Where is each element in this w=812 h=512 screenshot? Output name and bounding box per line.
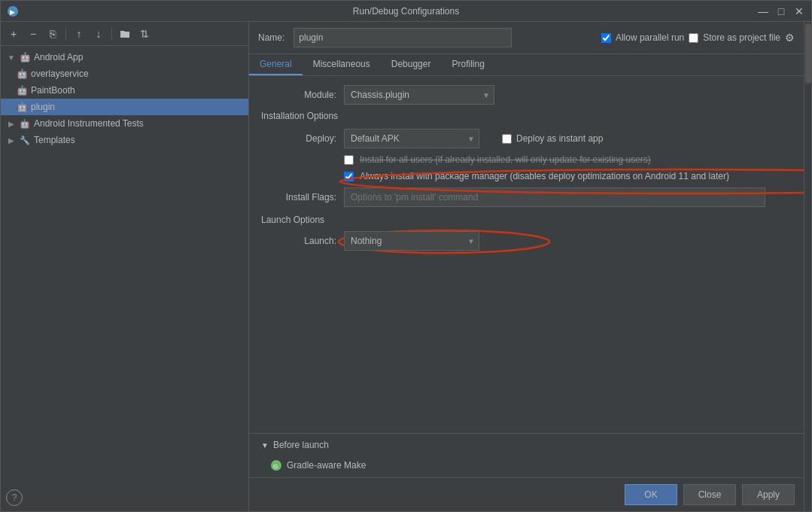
always-install-row: Always install with package manager (dis… xyxy=(261,171,792,181)
plugin-label: plugin xyxy=(31,102,55,112)
before-launch-label: Before launch xyxy=(273,440,329,450)
name-input[interactable] xyxy=(293,28,512,47)
gear-button[interactable]: ⚙ xyxy=(785,32,795,44)
launch-options-section: Launch Options Launch: Nothing ▼ xyxy=(261,215,792,251)
deploy-label: Deploy: xyxy=(261,133,336,144)
paintbooth-label: PaintBooth xyxy=(31,85,75,96)
ok-button[interactable]: OK xyxy=(625,484,677,505)
module-label: Module: xyxy=(261,90,336,100)
tree-paintbooth[interactable]: 🤖 PaintBooth xyxy=(1,82,248,99)
tests-icon: 🤖 xyxy=(19,117,31,130)
templates-icon: 🔧 xyxy=(19,134,31,146)
module-select[interactable]: Chassis.plugin xyxy=(344,85,494,105)
help-button[interactable]: ? xyxy=(6,489,23,506)
close-button[interactable]: Close xyxy=(683,484,736,505)
content-area: + − ⎘ ↑ ↓ ⇅ ▼ 🤖 Android App xyxy=(1,22,811,511)
launch-select-wrapper: Nothing ▼ xyxy=(344,231,479,251)
title-controls: — □ ✕ xyxy=(757,5,805,17)
gradle-label: Gradle-aware Make xyxy=(287,460,366,471)
tab-content: Module: Chassis.plugin ▼ Installation Op… xyxy=(249,76,804,433)
title-bar-left: ▶ xyxy=(7,5,19,17)
gradle-row: G Gradle-aware Make xyxy=(249,456,804,477)
title-bar: ▶ Run/Debug Configurations — □ ✕ xyxy=(1,1,811,22)
tree-android-app[interactable]: ▼ 🤖 Android App xyxy=(1,49,248,66)
android-app-arrow: ▼ xyxy=(7,53,16,62)
android-app-label: Android App xyxy=(34,52,83,62)
module-select-wrapper: Chassis.plugin ▼ xyxy=(344,85,494,105)
launch-row: Launch: Nothing ▼ xyxy=(261,231,792,251)
app-icon: ▶ xyxy=(7,5,19,17)
store-project-label: Store as project file xyxy=(703,32,780,43)
bottom-bar: OK Close Apply xyxy=(249,477,804,511)
tree-toolbar: + − ⎘ ↑ ↓ ⇅ xyxy=(1,22,248,46)
module-row: Module: Chassis.plugin ▼ xyxy=(261,85,792,105)
installation-options-section: Installation Options Deploy: Default APK… xyxy=(261,111,792,207)
svg-text:G: G xyxy=(273,463,278,470)
overlayservice-label: overlayservice xyxy=(31,69,89,79)
tab-miscellaneous[interactable]: Miscellaneous xyxy=(303,54,381,75)
launch-label: Launch: xyxy=(261,236,336,246)
before-launch-section: ▼ Before launch G Gradle-aware Make xyxy=(249,433,804,477)
sort-button[interactable]: ⇅ xyxy=(136,26,153,42)
close-window-button[interactable]: ✕ xyxy=(793,5,805,17)
folder-button[interactable] xyxy=(117,26,133,42)
install-flags-input[interactable] xyxy=(344,187,765,207)
right-scrollbar xyxy=(804,22,811,511)
launch-select[interactable]: Nothing xyxy=(344,231,479,251)
always-install-label: Always install with package manager (dis… xyxy=(360,171,729,181)
config-tree: ▼ 🤖 Android App 🤖 overlayservice 🤖 Paint… xyxy=(1,46,248,511)
run-debug-dialog: ▶ Run/Debug Configurations — □ ✕ + − ⎘ ↑… xyxy=(0,0,812,512)
deploy-row: Deploy: Default APK ▼ Deploy as instant … xyxy=(261,129,792,148)
tree-plugin[interactable]: 🤖 plugin xyxy=(1,99,248,115)
separator-2 xyxy=(111,27,112,41)
templates-arrow: ▶ xyxy=(7,136,16,145)
name-label: Name: xyxy=(258,32,284,43)
install-all-checkbox[interactable] xyxy=(344,155,354,165)
minimize-button[interactable]: — xyxy=(757,5,769,17)
separator-1 xyxy=(65,27,66,41)
tabs-row: General Miscellaneous Debugger Profiling xyxy=(249,54,804,76)
tab-debugger[interactable]: Debugger xyxy=(381,54,442,75)
gradle-icon: G xyxy=(270,459,282,471)
add-config-button[interactable]: + xyxy=(5,26,22,42)
android-app-icon: 🤖 xyxy=(19,51,31,63)
installation-options-title: Installation Options xyxy=(261,111,792,121)
tab-general[interactable]: General xyxy=(249,54,303,75)
right-panel: Name: Allow parallel run Store as projec… xyxy=(249,22,804,511)
deploy-instant-group: Deploy as instant app xyxy=(502,133,603,144)
plugin-icon: 🤖 xyxy=(16,101,28,113)
svg-text:▶: ▶ xyxy=(10,8,15,16)
deploy-instant-label: Deploy as instant app xyxy=(516,133,603,144)
apply-button[interactable]: Apply xyxy=(742,484,795,505)
overlayservice-icon: 🤖 xyxy=(16,68,28,80)
move-up-button[interactable]: ↑ xyxy=(71,26,87,42)
tests-arrow: ▶ xyxy=(7,119,16,128)
install-flags-row: Install Flags: xyxy=(261,187,792,207)
scrollbar-thumb[interactable] xyxy=(805,23,811,84)
tree-templates[interactable]: ▶ 🔧 Templates xyxy=(1,132,248,148)
install-all-label: Install for all users (if already instal… xyxy=(360,154,651,165)
allow-parallel-label: Allow parallel run xyxy=(616,32,684,43)
tab-profiling[interactable]: Profiling xyxy=(441,54,494,75)
always-install-checkbox[interactable] xyxy=(344,172,354,181)
deploy-instant-checkbox[interactable] xyxy=(502,134,512,144)
android-tests-label: Android Instrumented Tests xyxy=(34,118,144,129)
copy-config-button[interactable]: ⎘ xyxy=(44,26,61,42)
move-down-button[interactable]: ↓ xyxy=(90,26,107,42)
tree-android-tests[interactable]: ▶ 🤖 Android Instrumented Tests xyxy=(1,115,248,132)
launch-options-title: Launch Options xyxy=(261,215,792,225)
maximize-button[interactable]: □ xyxy=(775,5,787,17)
store-project-checkbox[interactable] xyxy=(689,33,698,43)
tree-overlayservice[interactable]: 🤖 overlayservice xyxy=(1,66,248,82)
deploy-select[interactable]: Default APK xyxy=(344,129,479,148)
install-all-users-row: Install for all users (if already instal… xyxy=(261,154,792,165)
deploy-select-wrapper: Default APK ▼ xyxy=(344,129,479,148)
paintbooth-icon: 🤖 xyxy=(16,84,28,96)
window-title: Run/Debug Configurations xyxy=(353,6,459,17)
allow-parallel-checkbox[interactable] xyxy=(601,33,611,43)
config-header: Name: Allow parallel run Store as projec… xyxy=(249,22,804,54)
remove-config-button[interactable]: − xyxy=(25,26,41,42)
before-launch-row: ▼ Before launch xyxy=(249,433,804,456)
before-launch-arrow[interactable]: ▼ xyxy=(261,441,269,450)
install-flags-label: Install Flags: xyxy=(261,192,336,203)
